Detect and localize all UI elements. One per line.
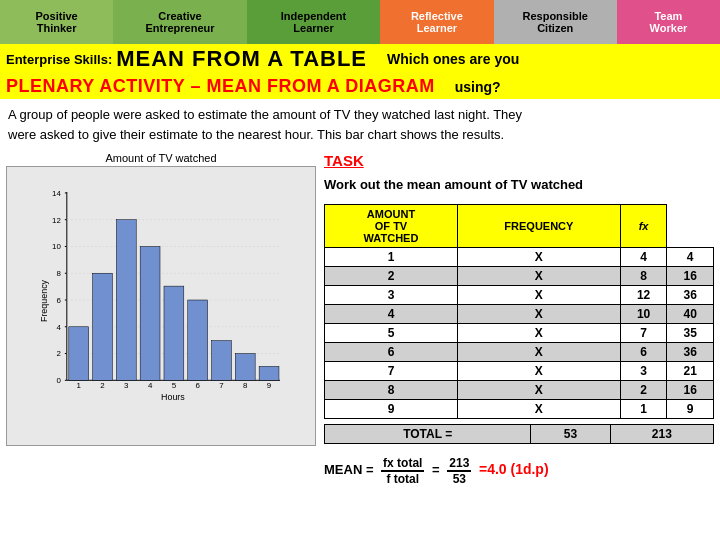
mean-answer: =4.0 (1d.p) bbox=[479, 461, 549, 477]
cell-amount: 9 bbox=[325, 400, 458, 419]
task-description: Work out the mean amount of TV watched bbox=[324, 177, 714, 192]
bar-chart: Frequency 0 2 4 6 8 10 12 14 bbox=[37, 187, 285, 415]
table-row: 5 X 7 35 bbox=[325, 324, 714, 343]
mean-denominator-value: 53 bbox=[451, 472, 468, 486]
cell-amount: 8 bbox=[325, 381, 458, 400]
cell-fx: 36 bbox=[667, 286, 714, 305]
mean-denominator-label: f total bbox=[384, 472, 421, 486]
svg-text:7: 7 bbox=[219, 381, 223, 390]
svg-rect-35 bbox=[188, 300, 208, 380]
svg-text:6: 6 bbox=[195, 381, 200, 390]
tab-creative-entrepreneur[interactable]: Creative Entrepreneur bbox=[113, 0, 247, 44]
tab-team-worker[interactable]: Team Worker bbox=[617, 0, 720, 44]
using-text: using? bbox=[455, 79, 501, 95]
tab-reflective-learner[interactable]: Reflective Learner bbox=[380, 0, 493, 44]
nav-tabs: Positive Thinker Creative Entrepreneur I… bbox=[0, 0, 720, 44]
cell-amount: 7 bbox=[325, 362, 458, 381]
mean-numerator-label: fx total bbox=[381, 456, 424, 472]
svg-text:1: 1 bbox=[77, 381, 82, 390]
cell-fx: 16 bbox=[667, 381, 714, 400]
cell-x-sym: X bbox=[458, 248, 621, 267]
cell-x-sym: X bbox=[458, 343, 621, 362]
mean-row: MEAN = fx total f total = 213 53 =4.0 (1… bbox=[324, 456, 714, 486]
cell-fx: 36 bbox=[667, 343, 714, 362]
svg-text:12: 12 bbox=[52, 216, 61, 225]
svg-text:0: 0 bbox=[56, 376, 61, 385]
svg-text:6: 6 bbox=[56, 296, 61, 305]
svg-text:8: 8 bbox=[56, 269, 61, 278]
tab-independent-learner[interactable]: Independent Learner bbox=[247, 0, 381, 44]
cell-x-sym: X bbox=[458, 286, 621, 305]
plenary-title: PLENARY ACTIVITY – MEAN FROM A DIAGRAM bbox=[6, 76, 435, 97]
total-fx: 213 bbox=[610, 425, 713, 444]
enterprise-label: Enterprise Skills: bbox=[6, 52, 112, 67]
table-row: 6 X 6 36 bbox=[325, 343, 714, 362]
mean-equals: = bbox=[432, 462, 440, 477]
plenary-banner: PLENARY ACTIVITY – MEAN FROM A DIAGRAM u… bbox=[0, 74, 720, 99]
which-text: Which ones are you bbox=[387, 51, 519, 67]
svg-text:Frequency: Frequency bbox=[39, 279, 49, 322]
svg-text:3: 3 bbox=[124, 381, 129, 390]
table-row: 3 X 12 36 bbox=[325, 286, 714, 305]
cell-fx: 9 bbox=[667, 400, 714, 419]
main-title: MEAN FROM A TABLE bbox=[116, 46, 367, 72]
mean-label: MEAN = bbox=[324, 462, 373, 477]
cell-x-sym: X bbox=[458, 305, 621, 324]
total-row: TOTAL = 53 213 bbox=[325, 425, 714, 444]
svg-text:9: 9 bbox=[267, 381, 272, 390]
tab-responsible-citizen[interactable]: Responsible Citizen bbox=[494, 0, 617, 44]
cell-x-sym: X bbox=[458, 362, 621, 381]
cell-x-sym: X bbox=[458, 400, 621, 419]
svg-rect-27 bbox=[93, 273, 113, 380]
svg-rect-25 bbox=[69, 327, 89, 381]
svg-rect-41 bbox=[259, 366, 279, 380]
table-row: 9 X 1 9 bbox=[325, 400, 714, 419]
cell-amount: 3 bbox=[325, 286, 458, 305]
table-row: 8 X 2 16 bbox=[325, 381, 714, 400]
svg-rect-37 bbox=[212, 341, 232, 381]
heading-banner: Enterprise Skills: MEAN FROM A TABLE Whi… bbox=[0, 44, 720, 74]
cell-fx: 40 bbox=[667, 305, 714, 324]
cell-amount: 4 bbox=[325, 305, 458, 324]
cell-freq: 8 bbox=[620, 267, 667, 286]
cell-freq: 7 bbox=[620, 324, 667, 343]
svg-text:10: 10 bbox=[52, 242, 61, 251]
tab-positive-thinker[interactable]: Positive Thinker bbox=[0, 0, 113, 44]
cell-freq: 2 bbox=[620, 381, 667, 400]
svg-text:2: 2 bbox=[100, 381, 104, 390]
svg-rect-39 bbox=[235, 354, 255, 381]
task-label: TASK bbox=[324, 152, 714, 169]
cell-x-sym: X bbox=[458, 324, 621, 343]
table-row: 1 X 4 4 bbox=[325, 248, 714, 267]
cell-freq: 4 bbox=[620, 248, 667, 267]
cell-freq: 1 bbox=[620, 400, 667, 419]
chart-container: Frequency 0 2 4 6 8 10 12 14 bbox=[6, 166, 316, 446]
cell-amount: 1 bbox=[325, 248, 458, 267]
svg-text:8: 8 bbox=[243, 381, 248, 390]
chart-title: Amount of TV watched bbox=[6, 152, 316, 164]
cell-fx: 4 bbox=[667, 248, 714, 267]
mean-values-fraction: 213 53 bbox=[447, 456, 471, 486]
cell-x-sym: X bbox=[458, 381, 621, 400]
cell-freq: 12 bbox=[620, 286, 667, 305]
total-label: TOTAL = bbox=[325, 425, 531, 444]
main-content: Amount of TV watched Frequency 0 2 4 6 8… bbox=[0, 148, 720, 490]
col-header-amount: AMOUNTOF TVWATCHED bbox=[325, 205, 458, 248]
svg-rect-29 bbox=[116, 220, 136, 381]
svg-text:14: 14 bbox=[52, 189, 61, 198]
svg-text:4: 4 bbox=[56, 323, 61, 332]
svg-rect-33 bbox=[164, 286, 184, 380]
table-row: 4 X 10 40 bbox=[325, 305, 714, 324]
svg-text:4: 4 bbox=[148, 381, 153, 390]
cell-fx: 35 bbox=[667, 324, 714, 343]
chart-area: Amount of TV watched Frequency 0 2 4 6 8… bbox=[6, 152, 316, 486]
col-header-frequency: FREQUENCY bbox=[458, 205, 621, 248]
right-panel: TASK Work out the mean amount of TV watc… bbox=[324, 152, 714, 486]
mean-numerator-value: 213 bbox=[447, 456, 471, 472]
totals-table: TOTAL = 53 213 bbox=[324, 424, 714, 444]
cell-fx: 21 bbox=[667, 362, 714, 381]
cell-amount: 6 bbox=[325, 343, 458, 362]
description-line1: A group of people were asked to estimate… bbox=[8, 107, 522, 122]
cell-x-sym: X bbox=[458, 267, 621, 286]
mean-fraction: fx total f total bbox=[381, 456, 424, 486]
